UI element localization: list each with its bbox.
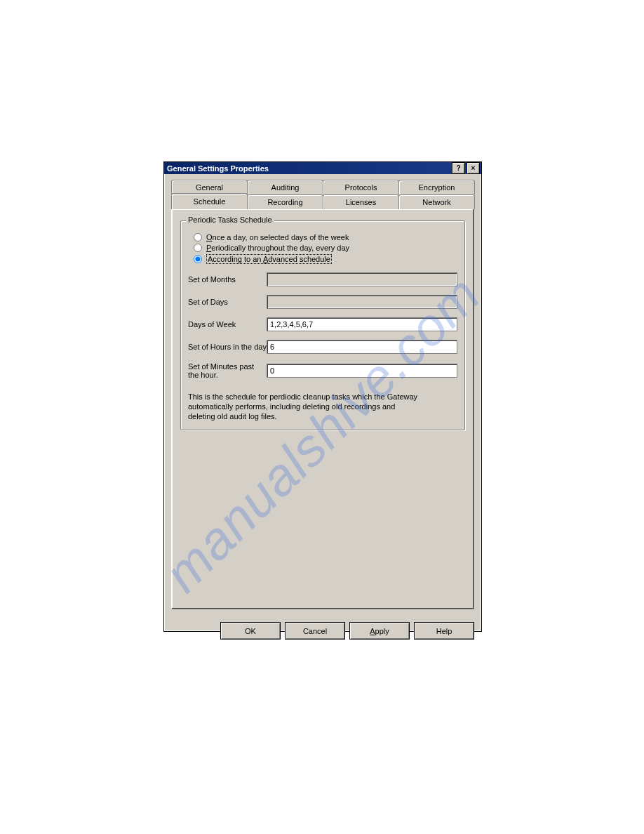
titlebar-help-button[interactable]: ? — [452, 162, 465, 174]
input-set-of-months[interactable] — [267, 272, 457, 286]
titlebar[interactable]: General Settings Properties ? × — [164, 162, 481, 174]
tab-recording[interactable]: Recording — [247, 194, 323, 209]
radio-once-a-day-input[interactable] — [194, 233, 202, 241]
label-set-of-minutes: Set of Minutes past the hour. — [188, 362, 267, 379]
tab-network[interactable]: Network — [398, 194, 475, 209]
dialog-general-settings: General Settings Properties ? × General … — [163, 161, 482, 632]
dialog-title: General Settings Properties — [167, 164, 450, 173]
radio-periodically[interactable]: Periodically throughout the day, every d… — [194, 244, 457, 252]
dialog-body: General Auditing Protocols Encryption Sc… — [164, 174, 481, 616]
field-set-of-minutes: Set of Minutes past the hour. — [188, 362, 457, 379]
ok-button[interactable]: OK — [220, 622, 281, 640]
field-set-of-hours: Set of Hours in the day — [188, 340, 457, 354]
radio-periodically-label: Periodically throughout the day, every d… — [206, 244, 349, 252]
tab-protocols[interactable]: Protocols — [323, 180, 399, 194]
input-set-of-hours[interactable] — [267, 340, 457, 354]
group-legend: Periodic Tasks Schedule — [186, 216, 274, 224]
tab-row-back: General Auditing Protocols Encryption — [171, 180, 474, 194]
field-set-of-days: Set of Days — [188, 295, 457, 309]
tab-schedule[interactable]: Schedule — [171, 193, 248, 209]
tab-strip: General Auditing Protocols Encryption Sc… — [171, 180, 474, 209]
tab-encryption[interactable]: Encryption — [398, 180, 475, 194]
tab-general[interactable]: General — [171, 180, 248, 194]
titlebar-close-button[interactable]: × — [467, 162, 480, 174]
input-days-of-week[interactable] — [267, 317, 457, 331]
tab-licenses[interactable]: Licenses — [323, 194, 399, 209]
radio-once-a-day-label: Once a day, on selected days of the week — [206, 233, 349, 241]
button-bar: OK Cancel Apply Help — [164, 616, 481, 647]
label-days-of-week: Days of Week — [188, 320, 267, 329]
radio-advanced-input[interactable] — [194, 255, 202, 263]
radio-advanced[interactable]: According to an Advanced schedule — [194, 254, 457, 264]
group-periodic-tasks: Periodic Tasks Schedule Once a day, on s… — [180, 220, 465, 430]
tab-auditing[interactable]: Auditing — [247, 180, 323, 194]
input-set-of-days[interactable] — [267, 295, 457, 309]
tab-panel-schedule: Periodic Tasks Schedule Once a day, on s… — [171, 208, 474, 609]
label-set-of-months: Set of Months — [188, 275, 267, 284]
label-set-of-days: Set of Days — [188, 298, 267, 306]
input-set-of-minutes[interactable] — [267, 364, 457, 378]
field-days-of-week: Days of Week — [188, 317, 457, 331]
field-set-of-months: Set of Months — [188, 272, 457, 286]
schedule-description: This is the schedule for perdiodic clean… — [188, 392, 420, 421]
apply-button[interactable]: Apply — [349, 622, 410, 640]
label-set-of-hours: Set of Hours in the day — [188, 343, 267, 351]
help-button[interactable]: Help — [414, 622, 474, 640]
radio-advanced-label: According to an Advanced schedule — [206, 254, 332, 264]
cancel-button[interactable]: Cancel — [285, 622, 345, 640]
radio-periodically-input[interactable] — [194, 244, 202, 252]
radio-once-a-day[interactable]: Once a day, on selected days of the week — [194, 233, 457, 241]
tab-row-front: Schedule Recording Licenses Network — [171, 194, 474, 209]
